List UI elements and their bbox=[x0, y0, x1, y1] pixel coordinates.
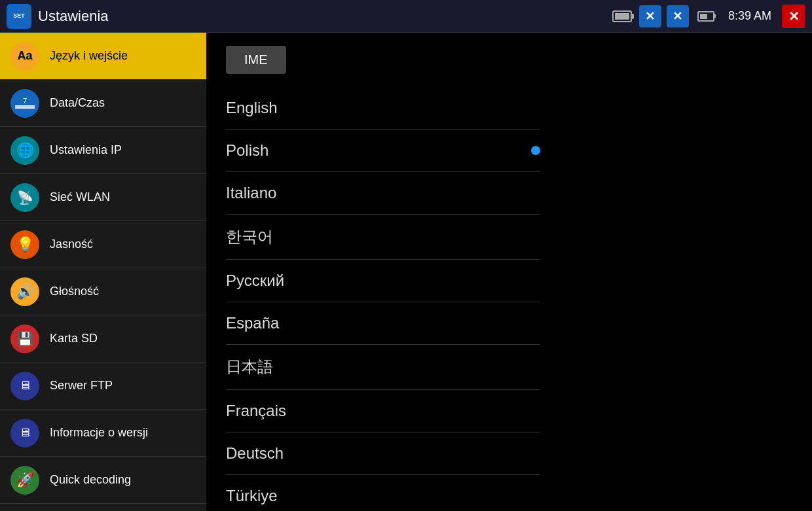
sidebar-item-wlan[interactable]: 📡 Sieć WLAN bbox=[0, 174, 206, 221]
close-button[interactable]: ✕ bbox=[782, 5, 805, 28]
language-name-italiano: Italiano bbox=[226, 184, 276, 202]
ime-button[interactable]: IME bbox=[226, 46, 286, 74]
language-name-english: English bbox=[226, 99, 278, 117]
app-icon: SET bbox=[7, 4, 31, 29]
language-list: English Polish Italiano 한국어 Русский Espa… bbox=[226, 87, 540, 511]
language-item-italiano[interactable]: Italiano bbox=[226, 172, 540, 215]
signal-x-icon: ✕ bbox=[639, 5, 661, 27]
language-name-korean: 한국어 bbox=[226, 226, 273, 247]
sidebar-item-info[interactable]: 🖥 Informacje o wersji bbox=[0, 410, 206, 457]
language-item-japanese[interactable]: 日本語 bbox=[226, 345, 540, 390]
sidebar-icon-wlan: 📡 bbox=[10, 183, 39, 212]
content-area: IME English Polish Italiano 한국어 Русский … bbox=[206, 33, 812, 511]
battery-full-icon bbox=[610, 7, 634, 26]
sidebar-item-karta[interactable]: 💾 Karta SD bbox=[0, 315, 206, 362]
sidebar-label-ftp: Serwer FTP bbox=[50, 379, 113, 393]
language-item-spanish[interactable]: España bbox=[226, 302, 540, 345]
sidebar-icon-jezyk: Aa bbox=[10, 42, 39, 71]
sidebar-label-glosnosc: Głośność bbox=[50, 285, 99, 298]
sidebar-icon-info: 🖥 bbox=[10, 419, 39, 448]
sidebar-item-quick[interactable]: 🚀 Quick decoding bbox=[0, 457, 206, 504]
sidebar-label-quick: Quick decoding bbox=[50, 473, 131, 487]
sidebar: Aa Język i wejście 7 Data/Czas 🌐 Ustawie… bbox=[0, 33, 206, 511]
sidebar-item-data[interactable]: 7 Data/Czas bbox=[0, 80, 206, 127]
app-title: Ustawienia bbox=[38, 8, 109, 25]
sidebar-icon-quick: 🚀 bbox=[10, 466, 39, 495]
sidebar-icon-glosnosc: 🔊 bbox=[10, 277, 39, 306]
language-item-korean[interactable]: 한국어 bbox=[226, 215, 540, 260]
sidebar-item-jasnosc[interactable]: 💡 Jasność bbox=[0, 221, 206, 268]
main-layout: Aa Język i wejście 7 Data/Czas 🌐 Ustawie… bbox=[0, 33, 812, 511]
language-name-russian: Русский bbox=[226, 272, 284, 290]
selected-indicator-polish bbox=[531, 146, 540, 155]
language-item-french[interactable]: Français bbox=[226, 390, 540, 432]
sidebar-icon-data: 7 bbox=[10, 89, 39, 118]
sidebar-icon-karta: 💾 bbox=[10, 325, 39, 353]
language-name-japanese: 日本語 bbox=[226, 357, 273, 378]
sidebar-label-jasnosc: Jasność bbox=[50, 238, 93, 251]
sidebar-label-ip: Ustawienia IP bbox=[50, 143, 122, 157]
top-bar-left: SET Ustawienia bbox=[7, 4, 610, 29]
language-name-french: Français bbox=[226, 402, 286, 420]
sidebar-item-jezyk[interactable]: Aa Język i wejście bbox=[0, 33, 206, 80]
sidebar-icon-jasnosc: 💡 bbox=[10, 230, 39, 259]
language-item-english[interactable]: English bbox=[226, 87, 540, 130]
sidebar-label-info: Informacje o wersji bbox=[50, 426, 148, 440]
time-display: 8:39 AM bbox=[728, 9, 771, 23]
top-bar-right: ✕ ✕ 8:39 AM ✕ bbox=[610, 5, 805, 28]
language-item-polish[interactable]: Polish bbox=[226, 130, 540, 172]
language-name-spanish: España bbox=[226, 314, 279, 332]
sidebar-label-karta: Karta SD bbox=[50, 332, 98, 345]
language-name-german: Deutsch bbox=[226, 444, 284, 463]
language-item-german[interactable]: Deutsch bbox=[226, 432, 540, 475]
top-bar: SET Ustawienia ✕ ✕ 8:39 AM ✕ bbox=[0, 0, 812, 33]
language-name-polish: Polish bbox=[226, 141, 268, 160]
language-item-turkish[interactable]: Türkiye bbox=[226, 475, 540, 511]
sidebar-label-data: Data/Czas bbox=[50, 96, 105, 110]
sidebar-item-ftp[interactable]: 🖥 Serwer FTP bbox=[0, 362, 206, 410]
sidebar-label-jezyk: Język i wejście bbox=[50, 49, 128, 63]
sidebar-icon-ftp: 🖥 bbox=[10, 372, 39, 400]
signal-x2-icon: ✕ bbox=[667, 5, 689, 27]
language-name-turkish: Türkiye bbox=[226, 487, 278, 505]
battery-partial-icon bbox=[694, 7, 718, 26]
sidebar-item-glosnosc[interactable]: 🔊 Głośność bbox=[0, 268, 206, 315]
language-item-russian[interactable]: Русский bbox=[226, 260, 540, 302]
sidebar-label-wlan: Sieć WLAN bbox=[50, 190, 110, 204]
sidebar-icon-ip: 🌐 bbox=[10, 136, 39, 165]
sidebar-item-ip[interactable]: 🌐 Ustawienia IP bbox=[0, 127, 206, 174]
